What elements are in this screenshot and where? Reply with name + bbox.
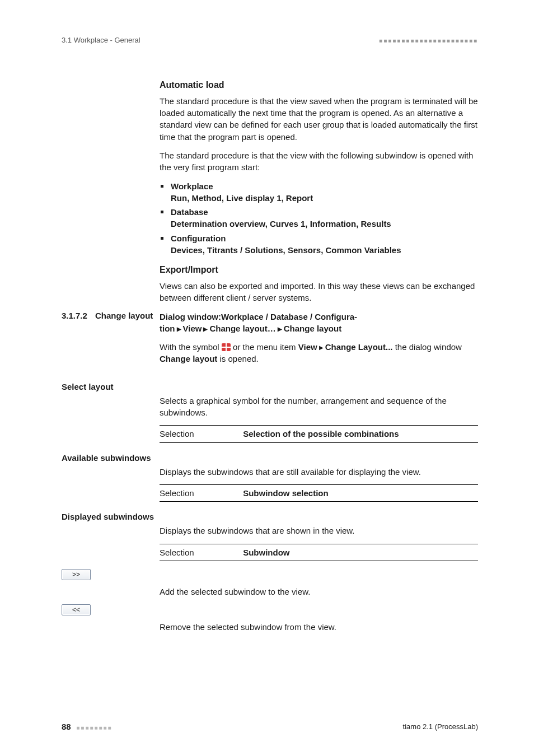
heading-automatic-load: Automatic load	[160, 79, 478, 92]
field-heading-select-layout: Select layout	[62, 382, 478, 391]
selection-label: Selection	[160, 428, 241, 440]
para: The standard procedure is that the view …	[160, 150, 478, 174]
selection-label: Selection	[160, 487, 241, 499]
section-title: Change layout	[95, 311, 153, 320]
para: The standard procedure is that the view …	[160, 95, 478, 143]
para: Views can also be exported and imported.…	[160, 280, 478, 304]
selection-row: Selection Subwindow	[160, 544, 478, 561]
footer-right: tiamo 2.1 (ProcessLab)	[403, 722, 478, 731]
subwindow-list: Workplace Run, Method, Live display 1, R…	[160, 180, 478, 256]
para: Displays the subwindows that are shown i…	[160, 525, 478, 536]
selection-label: Selection	[160, 547, 241, 558]
heading-export-import: Export/Import	[160, 264, 478, 277]
section-number: 3.1.7.2	[62, 311, 95, 320]
field-heading-available-subwindows: Available subwindows	[62, 453, 478, 463]
triangle-icon: ▶	[319, 344, 324, 352]
list-item: Configuration Devices, Titrants / Soluti…	[171, 232, 478, 256]
list-item: Workplace Run, Method, Live display 1, R…	[171, 180, 478, 204]
add-subwindow-button[interactable]: >>	[62, 569, 91, 580]
para: Displays the subwindows that are still a…	[160, 466, 478, 478]
running-head-left: 3.1 Workplace - General	[62, 36, 140, 44]
dialog-path: Dialog window:Workplace / Database / Con…	[160, 311, 478, 335]
selection-value: Subwindow selection	[243, 488, 329, 498]
li-title: Workplace	[171, 181, 213, 191]
li-body: Determination overview, Curves 1, Inform…	[171, 219, 391, 228]
selection-value: Subwindow	[243, 548, 289, 557]
selection-row: Selection Selection of the possible comb…	[160, 425, 478, 442]
para: Remove the selected subwindow from the v…	[160, 621, 478, 633]
footer-dots: ■■■■■■■■	[76, 725, 112, 731]
li-title: Database	[171, 207, 208, 217]
selection-row: Selection Subwindow selection	[160, 484, 478, 502]
list-item: Database Determination overview, Curves …	[171, 206, 478, 230]
para: Add the selected subwindow to the view.	[160, 586, 478, 598]
para: With the symbol or the menu item View▶Ch…	[160, 341, 478, 365]
selection-value: Selection of the possible combinations	[243, 429, 399, 438]
li-body: Run, Method, Live display 1, Report	[171, 193, 313, 203]
section-heading: 3.1.7.2Change layout	[62, 311, 160, 320]
li-body: Devices, Titrants / Solutions, Sensors, …	[171, 245, 401, 255]
footer-left: 88 ■■■■■■■■	[62, 722, 113, 731]
triangle-icon: ▶	[203, 325, 208, 333]
para: Selects a graphical symbol for the numbe…	[160, 395, 478, 419]
change-layout-icon	[222, 343, 231, 351]
page-number: 88	[62, 722, 71, 731]
li-title: Configuration	[171, 234, 226, 243]
triangle-icon: ▶	[278, 325, 282, 333]
header-dots: ■■■■■■■■■■■■■■■■■■■■■■	[379, 36, 478, 44]
triangle-icon: ▶	[177, 325, 181, 333]
field-heading-displayed-subwindows: Displayed subwindows	[62, 512, 478, 521]
remove-subwindow-button[interactable]: <<	[62, 604, 91, 615]
